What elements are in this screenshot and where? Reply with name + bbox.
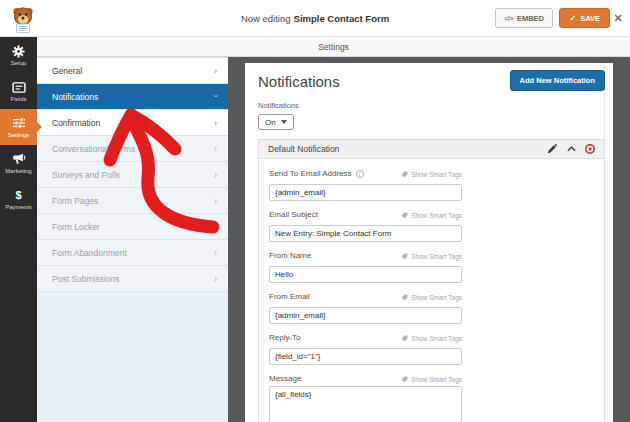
now-editing-text: Now editing: [241, 13, 291, 24]
chevron-right-icon: ›: [214, 144, 217, 153]
settings-menu-item-confirmation[interactable]: Confirmation ›: [37, 110, 228, 136]
from-name-field-group: From Name Show Smart Tags: [269, 251, 462, 283]
nav-label: Payments: [5, 204, 32, 210]
email-subject-field-group: Email Subject Show Smart Tags: [269, 210, 462, 242]
settings-menu-item-post-submissions[interactable]: Post Submissions ›: [37, 266, 228, 292]
nav-label: Fields: [10, 96, 26, 102]
panel-breadcrumb-title: Settings: [318, 42, 349, 52]
nav-label: Marketing: [5, 168, 31, 174]
delete-notification-icon[interactable]: [585, 144, 595, 154]
settings-menu-item-general[interactable]: General ›: [37, 58, 228, 84]
wpforms-builder: Now editing Simple Contact Form </> EMBE…: [0, 0, 630, 422]
info-icon[interactable]: i: [356, 170, 364, 178]
settings-menu: General › Notifications › Confirmation ›…: [37, 57, 228, 422]
field-label: From Email: [269, 292, 310, 301]
notifications-on-off-select[interactable]: On: [258, 114, 294, 130]
tag-icon: [401, 212, 408, 219]
chevron-right-icon: ›: [214, 222, 217, 231]
field-label: Reply-To: [269, 333, 301, 342]
edit-pencil-icon[interactable]: [547, 144, 557, 154]
field-label: From Name: [269, 251, 311, 260]
add-new-notification-button[interactable]: Add New Notification: [510, 70, 605, 91]
nav-item-payments[interactable]: $ Payments: [0, 181, 37, 217]
show-smart-tags-link[interactable]: Show Smart Tags: [401, 212, 462, 219]
reply-to-input[interactable]: [269, 348, 462, 365]
sliders-icon: [12, 116, 26, 130]
embed-button[interactable]: </> EMBED: [495, 8, 553, 28]
close-icon[interactable]: ✕: [611, 10, 625, 26]
tag-icon: [401, 335, 408, 342]
show-smart-tags-link[interactable]: Show Smart Tags: [401, 376, 462, 383]
field-label: Message: [269, 374, 301, 383]
nav-item-settings[interactable]: Settings: [0, 109, 37, 145]
default-notification-header: Default Notification: [259, 140, 604, 159]
settings-menu-item-surveys-and-polls[interactable]: Surveys and Polls ›: [37, 162, 228, 188]
default-notification-body: Send To Email Address i Show Smart Tags: [259, 159, 604, 422]
form-name: Simple Contact Form: [294, 13, 390, 24]
chevron-right-icon: ›: [214, 66, 217, 75]
nav-label: Settings: [8, 132, 30, 138]
show-smart-tags-link[interactable]: Show Smart Tags: [401, 253, 462, 260]
nav-item-fields[interactable]: Fields: [0, 73, 37, 109]
send-to-email-field-group: Send To Email Address i Show Smart Tags: [269, 169, 462, 201]
send-to-email-input[interactable]: [269, 184, 462, 201]
settings-menu-item-form-locker[interactable]: Form Locker ›: [37, 214, 228, 240]
chevron-right-icon: ›: [214, 170, 217, 179]
chevron-right-icon: ›: [214, 196, 217, 205]
save-button[interactable]: ✓ SAVE: [559, 8, 610, 28]
dollar-icon: $: [12, 188, 26, 202]
top-bar: Now editing Simple Contact Form </> EMBE…: [0, 0, 630, 37]
tag-icon: [401, 171, 408, 178]
reply-to-field-group: Reply-To Show Smart Tags: [269, 333, 462, 365]
field-label: Email Subject: [269, 210, 318, 219]
notifications-panel: Notifications Add New Notification Notif…: [245, 63, 613, 422]
chevron-right-icon: ›: [214, 248, 217, 257]
nav-item-setup[interactable]: Setup: [0, 37, 37, 73]
now-editing-title: Now editing Simple Contact Form: [241, 0, 389, 37]
email-subject-input[interactable]: [269, 225, 462, 242]
tag-icon: [401, 294, 408, 301]
builder-content-background: Notifications Add New Notification Notif…: [228, 57, 630, 422]
settings-menu-item-conversational-forms[interactable]: Conversational Forms ›: [37, 136, 228, 162]
collapse-chevron-up-icon[interactable]: [566, 144, 576, 154]
chevron-right-icon: ›: [214, 274, 217, 283]
chevron-right-icon: ›: [214, 118, 217, 127]
check-icon: ✓: [569, 14, 576, 23]
code-icon: </>: [504, 15, 513, 22]
tag-icon: [401, 376, 408, 383]
megaphone-icon: [12, 152, 26, 166]
message-textarea[interactable]: {all_fields}: [269, 386, 462, 422]
nav-label: Setup: [11, 60, 27, 66]
from-email-field-group: From Email Show Smart Tags: [269, 292, 462, 324]
show-smart-tags-link[interactable]: Show Smart Tags: [401, 171, 462, 178]
field-label: Send To Email Address i: [269, 169, 364, 178]
form-fields-icon: [12, 80, 26, 94]
message-field-group: Message Show Smart Tags {all_fields}: [269, 374, 462, 422]
from-email-input[interactable]: [269, 307, 462, 324]
wpforms-logo: [8, 3, 38, 34]
settings-menu-item-notifications[interactable]: Notifications ›: [37, 84, 228, 110]
from-name-input[interactable]: [269, 266, 462, 283]
notifications-toggle-label: Notifications: [258, 101, 600, 110]
chevron-down-icon: ›: [211, 94, 220, 97]
show-smart-tags-link[interactable]: Show Smart Tags: [401, 335, 462, 342]
chevron-down-icon: [281, 120, 287, 124]
nav-item-marketing[interactable]: Marketing: [0, 145, 37, 181]
default-notification-section: Default Notification: [258, 139, 605, 422]
builder-nav: Setup Fields: [0, 37, 37, 422]
notification-title: Default Notification: [268, 144, 339, 154]
settings-menu-item-form-pages[interactable]: Form Pages ›: [37, 188, 228, 214]
tag-icon: [401, 253, 408, 260]
panel-breadcrumb-bar: Settings: [37, 37, 630, 57]
settings-menu-item-form-abandonment[interactable]: Form Abandonment ›: [37, 240, 228, 266]
gear-icon: [12, 44, 26, 58]
show-smart-tags-link[interactable]: Show Smart Tags: [401, 294, 462, 301]
